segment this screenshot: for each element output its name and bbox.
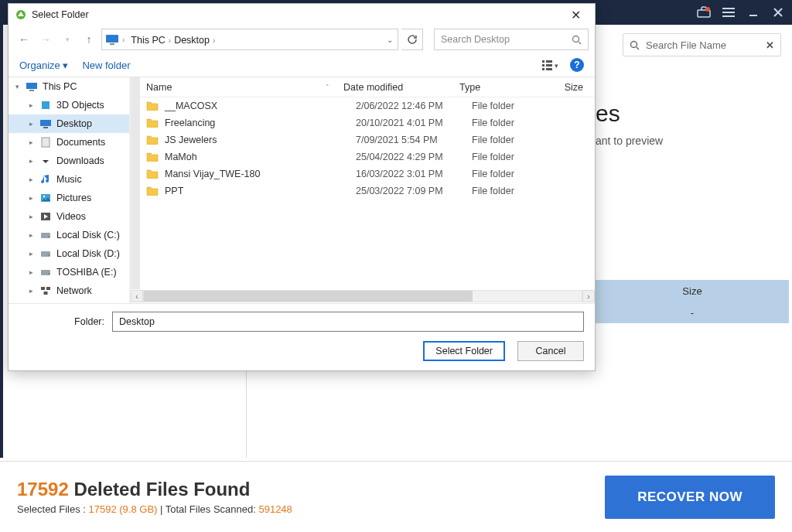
videos-icon (39, 212, 52, 221)
file-row[interactable]: Mansi Vijay_TWE-18016/03/2022 3:01 PMFil… (146, 165, 595, 182)
search-icon (630, 40, 640, 50)
file-row[interactable]: JS Jewelers7/09/2021 5:54 PMFile folder (146, 131, 595, 148)
scroll-right-icon[interactable]: › (582, 290, 595, 302)
tree-item-local-disk-d-[interactable]: ▸Local Disk (D:) (9, 244, 129, 263)
file-name: PPT (165, 186, 356, 196)
tree-item-network[interactable]: ▸Network (9, 281, 129, 300)
toolbox-icon[interactable] (695, 3, 713, 22)
address-dropdown-icon[interactable]: ⌄ (382, 36, 398, 44)
dialog-toolbar: Organize ▾ New folder ▾ ? (9, 53, 595, 77)
file-row[interactable]: MaMoh25/04/2022 4:29 PMFile folder (146, 148, 595, 165)
tree-item-label: This PC (43, 81, 77, 92)
tree-item-music[interactable]: ▸Music (9, 170, 129, 189)
tree-caret-icon[interactable]: ▸ (27, 287, 35, 295)
tree-item-label: Local Disk (C:) (56, 230, 120, 240)
tree-item-desktop[interactable]: ▸Desktop (9, 114, 129, 133)
file-row[interactable]: __MACOSX2/06/2022 12:46 PMFile folder (146, 97, 595, 114)
tree-item-label: Pictures (56, 193, 91, 203)
scroll-left-icon[interactable]: ‹ (131, 290, 143, 302)
nav-up-icon[interactable]: ↑ (80, 30, 98, 49)
breadcrumb-desktop[interactable]: Desktop (171, 35, 213, 46)
desktop-icon (39, 119, 52, 128)
dialog-search-placeholder: Search Desktop (441, 34, 510, 45)
file-list-header: Name ˄ Date modified Type Size (131, 77, 595, 97)
file-date: 25/04/2022 4:29 PM (356, 152, 472, 162)
breadcrumb-this-pc[interactable]: This PC (128, 35, 168, 46)
tree-item-3d-objects[interactable]: ▸3D Objects (9, 96, 129, 114)
tree-caret-icon[interactable]: ▸ (27, 101, 35, 109)
tree-item-documents[interactable]: ▸Documents (9, 133, 129, 152)
tree-item-label: TOSHIBA (E:) (56, 267, 117, 278)
nav-back-icon[interactable]: ← (15, 30, 33, 49)
select-folder-button[interactable]: Select Folder (423, 341, 505, 361)
nav-recent-icon[interactable]: ▾ (58, 30, 77, 49)
file-type: File folder (472, 152, 557, 162)
search-icon (572, 35, 582, 45)
svg-line-9 (637, 47, 639, 49)
address-bar[interactable]: › This PC›Desktop› ⌄ (101, 29, 398, 50)
file-type: File folder (472, 101, 557, 111)
svg-point-8 (631, 41, 637, 47)
network-icon (39, 286, 52, 295)
tree-caret-icon[interactable]: ▸ (27, 157, 35, 165)
pane-gutter[interactable] (131, 77, 140, 289)
tree-caret-icon[interactable]: ▾ (13, 83, 21, 90)
help-icon[interactable]: ? (570, 58, 584, 72)
column-size[interactable]: Size (544, 82, 583, 93)
svg-rect-19 (546, 64, 552, 66)
hamburger-icon[interactable] (719, 3, 738, 22)
tree-item-toshiba-e-[interactable]: ▸TOSHIBA (E:) (9, 263, 129, 281)
tree-item-this-pc[interactable]: ▾This PC (9, 77, 129, 96)
tree-item-label: Videos (56, 211, 86, 222)
disk-icon (39, 268, 52, 277)
column-date[interactable]: Date modified (343, 82, 459, 93)
column-type[interactable]: Type (459, 82, 544, 93)
view-options-icon[interactable]: ▾ (542, 60, 559, 70)
tree-item-videos[interactable]: ▸Videos (9, 207, 129, 226)
file-list-pane: Name ˄ Date modified Type Size __MACOSX2… (131, 77, 595, 303)
svg-rect-37 (41, 287, 45, 290)
dialog-search-box[interactable]: Search Desktop (434, 29, 589, 50)
3d-icon (39, 100, 52, 111)
file-name: Mansi Vijay_TWE-180 (165, 169, 356, 179)
cancel-button[interactable]: Cancel (517, 341, 584, 361)
tree-caret-icon[interactable]: ▸ (27, 194, 35, 202)
recover-now-button[interactable]: RECOVER NOW (605, 476, 775, 519)
new-folder-button[interactable]: New folder (82, 60, 130, 71)
tree-item-label: Music (56, 174, 82, 185)
tree-item-local-disk-c-[interactable]: ▸Local Disk (C:) (9, 226, 129, 244)
column-name[interactable]: Name ˄ (146, 82, 343, 93)
tree-caret-icon[interactable]: ▸ (27, 120, 35, 128)
tree-caret-icon[interactable]: ▸ (27, 176, 35, 183)
pc-icon (105, 34, 119, 45)
tree-caret-icon[interactable]: ▸ (27, 250, 35, 257)
tree-caret-icon[interactable]: ▸ (27, 231, 35, 239)
svg-rect-11 (106, 35, 118, 43)
tree-caret-icon[interactable]: ▸ (27, 268, 35, 276)
clear-search-icon[interactable]: ✕ (766, 39, 774, 51)
app-search-box[interactable]: Search File Name ✕ (623, 33, 781, 56)
refresh-icon[interactable] (401, 29, 423, 50)
scroll-thumb[interactable] (144, 291, 473, 302)
app-close-icon[interactable] (769, 3, 787, 22)
tree-item-pictures[interactable]: ▸Pictures (9, 189, 129, 207)
svg-rect-24 (42, 101, 50, 109)
folder-icon (146, 152, 159, 162)
tree-caret-icon[interactable]: ▸ (27, 138, 35, 146)
nav-forward-icon[interactable]: → (36, 30, 55, 49)
file-row[interactable]: Freelancing20/10/2021 4:01 PMFile folder (146, 114, 595, 131)
disk-icon (39, 230, 52, 240)
tree-caret-icon[interactable]: ▸ (27, 213, 35, 220)
folder-input[interactable] (112, 312, 584, 332)
file-date: 7/09/2021 5:54 PM (356, 135, 472, 145)
preview-title-partial: es (596, 101, 784, 127)
crumb-sep-icon: › (213, 36, 215, 45)
organize-menu[interactable]: Organize ▾ (19, 60, 68, 71)
minimize-icon[interactable] (744, 3, 763, 22)
tree-item-downloads[interactable]: ▸Downloads (9, 152, 129, 170)
svg-point-36 (48, 273, 50, 275)
file-row[interactable]: PPT25/03/2022 7:09 PMFile folder (146, 182, 595, 200)
horizontal-scrollbar[interactable]: ‹ › (131, 289, 595, 303)
dialog-close-icon[interactable]: ✕ (562, 8, 589, 22)
file-date: 25/03/2022 7:09 PM (356, 186, 472, 196)
